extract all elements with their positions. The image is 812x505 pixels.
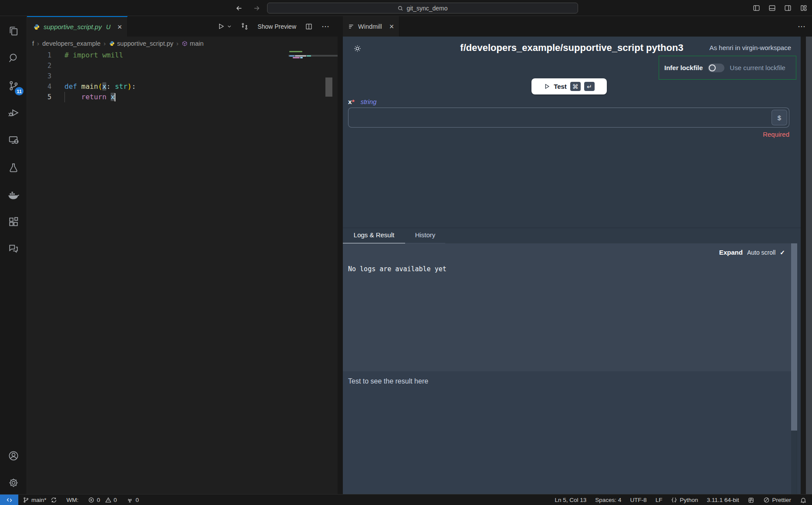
use-current-lockfile-label: Use current lockfile bbox=[730, 64, 785, 71]
symbol-cube-icon bbox=[182, 40, 188, 47]
remote-indicator[interactable] bbox=[0, 495, 18, 505]
show-preview-button[interactable]: Show Preview bbox=[257, 23, 296, 30]
webview-outer-scrollbar[interactable] bbox=[806, 37, 812, 494]
test-button[interactable]: Test ⌘ ↵ bbox=[531, 78, 607, 94]
logs-scrollbar-thumb[interactable] bbox=[791, 243, 797, 431]
panel-tab-bar: Windmill × bbox=[343, 16, 812, 37]
split-editor-icon[interactable] bbox=[305, 23, 313, 30]
extensions-icon[interactable] bbox=[0, 210, 27, 233]
language-mode[interactable]: Python bbox=[671, 497, 698, 503]
settings-gear-icon[interactable] bbox=[0, 471, 27, 494]
breadcrumb-root[interactable]: f bbox=[32, 40, 34, 47]
forward-arrow-icon[interactable] bbox=[253, 4, 261, 12]
run-python-file-icon[interactable] bbox=[217, 23, 232, 30]
cursor-position[interactable]: Ln 5, Col 13 bbox=[555, 497, 587, 503]
docker-icon[interactable] bbox=[0, 183, 27, 206]
explorer-icon[interactable] bbox=[0, 20, 27, 42]
cmd-key-badge: ⌘ bbox=[570, 82, 581, 91]
x-input[interactable] bbox=[348, 108, 789, 127]
test-button-label: Test bbox=[554, 83, 567, 90]
result-placeholder: Test to see the result here bbox=[343, 371, 796, 385]
tab-history[interactable]: History bbox=[405, 228, 445, 244]
play-icon bbox=[544, 83, 550, 90]
warning-icon bbox=[105, 497, 112, 503]
workspace-context: As henri in virgin-workspace bbox=[709, 44, 791, 51]
title-bar: git_sync_demo bbox=[0, 0, 812, 16]
tab-logs-result[interactable]: Logs & Result bbox=[343, 228, 405, 244]
sync-icon bbox=[51, 497, 57, 503]
command-center-search[interactable]: git_sync_demo bbox=[267, 3, 578, 13]
logs-scrollbar[interactable] bbox=[791, 243, 797, 494]
git-branch-status[interactable]: main* bbox=[23, 497, 57, 503]
windmill-panel-group: Windmill × ⋯ f/developers_example/suppor… bbox=[338, 16, 812, 494]
toggle-secondary-sidebar-icon[interactable] bbox=[784, 4, 792, 12]
vscode-window: git_sync_demo 11 bbox=[0, 0, 812, 505]
editor-more-actions[interactable]: ⋯ bbox=[321, 22, 330, 31]
editor-scrollbar-thumb[interactable] bbox=[325, 77, 332, 97]
indentation[interactable]: Spaces: 4 bbox=[595, 497, 621, 503]
tab-windmill[interactable]: Windmill × bbox=[343, 16, 399, 37]
toggle-panel-icon[interactable] bbox=[768, 4, 776, 12]
required-star: * bbox=[352, 98, 355, 105]
result-section: Test to see the result here bbox=[343, 371, 796, 494]
run-debug-icon[interactable] bbox=[0, 101, 27, 124]
check-icon: ✓ bbox=[780, 249, 785, 256]
git-status-badge: U bbox=[106, 24, 110, 30]
breadcrumb-symbol[interactable]: main bbox=[182, 40, 203, 47]
panel-tab-title: Windmill bbox=[358, 23, 382, 30]
testing-flask-icon[interactable] bbox=[0, 156, 27, 179]
logs-empty-message: No logs are available yet bbox=[348, 265, 447, 273]
autoscroll-toggle[interactable]: Auto scroll bbox=[747, 249, 775, 256]
formatter-status[interactable]: Prettier bbox=[763, 497, 791, 503]
encoding[interactable]: UTF-8 bbox=[630, 497, 646, 503]
panel-tab-close-icon[interactable]: × bbox=[389, 23, 394, 30]
breadcrumb-separator: › bbox=[104, 40, 106, 47]
python-interpreter[interactable]: 3.11.1 64-bit bbox=[707, 497, 739, 503]
code-editor[interactable]: 1# import wmill234def main(x: str):5 ret… bbox=[27, 50, 338, 494]
account-icon[interactable] bbox=[0, 444, 27, 467]
activity-bar: 11 bbox=[0, 16, 27, 494]
field-name: x* bbox=[348, 98, 355, 106]
scm-badge: 11 bbox=[15, 87, 24, 95]
required-message: Required bbox=[763, 131, 789, 138]
lockfile-toggle[interactable] bbox=[708, 64, 724, 72]
editor-scrollbar[interactable] bbox=[325, 34, 332, 112]
open-changes-icon[interactable] bbox=[240, 22, 249, 30]
ports-status[interactable]: 0 bbox=[126, 497, 139, 504]
python-file-icon bbox=[109, 40, 115, 47]
git-branch-icon bbox=[23, 497, 29, 503]
breadcrumb-file[interactable]: supportive_script.py bbox=[109, 40, 173, 47]
toggle-sidebar-icon[interactable] bbox=[752, 4, 761, 12]
eol-sequence[interactable]: LF bbox=[656, 497, 663, 503]
error-icon bbox=[88, 497, 95, 503]
minimap[interactable] bbox=[288, 50, 323, 102]
tab-supportive-script[interactable]: supportive_script.py U × bbox=[27, 16, 128, 37]
tab-close-icon[interactable]: × bbox=[118, 23, 122, 31]
editor-group: supportive_script.py U × Show Preview ⋯ bbox=[27, 16, 338, 494]
braces-icon bbox=[671, 497, 677, 503]
infer-lockfile-label: Infer lockfile bbox=[664, 64, 703, 71]
source-control-icon[interactable]: 11 bbox=[0, 74, 27, 97]
logs-section: Expand Auto scroll ✓ No logs are availab… bbox=[343, 243, 796, 371]
variable-picker-button[interactable]: $ bbox=[771, 110, 787, 125]
panel-more-actions[interactable]: ⋯ bbox=[798, 16, 806, 37]
notifications-bell-icon[interactable] bbox=[800, 497, 807, 504]
breadcrumb-folder[interactable]: developers_example bbox=[42, 40, 101, 47]
toggle-knob bbox=[709, 64, 716, 71]
problems-status[interactable]: 0 0 bbox=[88, 497, 117, 503]
expand-button[interactable]: Expand bbox=[719, 249, 743, 256]
wm-status[interactable]: WM: bbox=[67, 497, 79, 503]
customize-layout-icon[interactable] bbox=[799, 4, 808, 12]
prettier-disabled-icon bbox=[763, 497, 770, 503]
back-arrow-icon[interactable] bbox=[235, 4, 243, 12]
remote-explorer-icon[interactable] bbox=[0, 128, 27, 151]
search-sidebar-icon[interactable] bbox=[0, 47, 27, 69]
comments-icon[interactable] bbox=[0, 237, 27, 260]
result-tabs: Logs & Result History bbox=[343, 228, 801, 243]
x-input-wrapper: $ bbox=[348, 108, 789, 128]
webview-edge-gap bbox=[801, 37, 806, 494]
breadcrumb-separator: › bbox=[176, 40, 179, 47]
windmill-webview: f/developers_example/supportive_script p… bbox=[343, 37, 801, 494]
extension-grid-icon[interactable] bbox=[748, 497, 754, 504]
lockfile-toggle-group: Infer lockfile Use current lockfile bbox=[659, 56, 796, 80]
